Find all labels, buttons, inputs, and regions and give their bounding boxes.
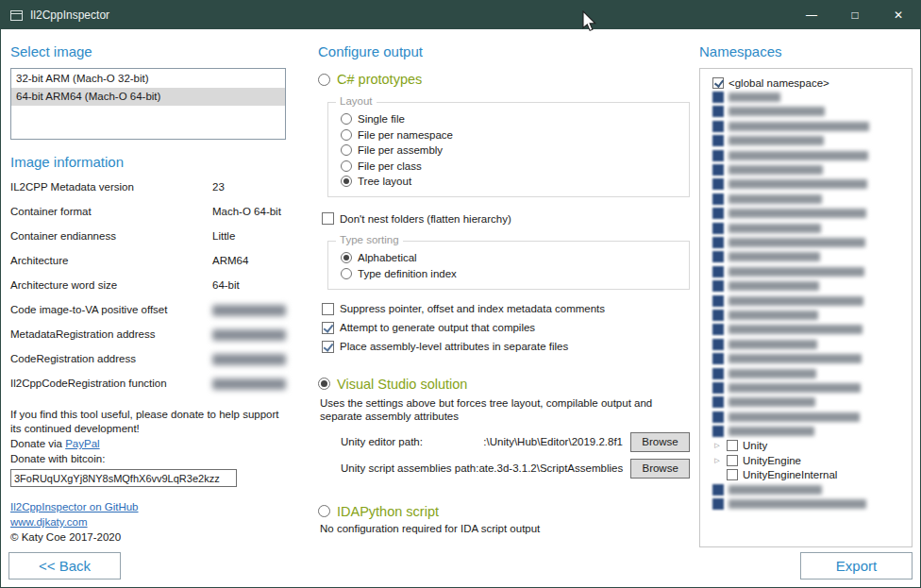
option-label: Suppress pointer, offset and index metad… [340, 303, 605, 314]
redacted-value [212, 378, 286, 390]
namespace-item-redacted[interactable] [712, 221, 910, 235]
namespace-item-redacted[interactable] [712, 235, 910, 249]
info-value: Mach-O 64-bit [212, 206, 281, 217]
namespace-item-redacted[interactable] [712, 496, 910, 511]
namespace-item-redacted[interactable] [712, 278, 910, 293]
output-option-checkbox[interactable]: Attempt to generate output that compiles [322, 321, 692, 335]
flatten-checkbox[interactable]: Don't nest folders (flatten hierarchy) [322, 211, 692, 226]
output-option-checkbox[interactable]: Suppress pointer, offset and index metad… [322, 302, 692, 316]
paypal-link[interactable]: PayPal [65, 438, 99, 449]
namespace-item-redacted[interactable] [712, 351, 910, 365]
checkbox-icon [712, 251, 724, 262]
checkbox-icon [712, 266, 724, 277]
redacted-namespace [728, 179, 867, 189]
namespace-item-redacted[interactable] [712, 148, 910, 162]
checkbox-icon [712, 280, 724, 292]
namespace-label: UnityEngineInternal [743, 469, 837, 480]
namespace-item-unity[interactable]: ▷Unity [712, 439, 910, 453]
namespace-item-unityengine[interactable]: ▷UnityEngine [712, 453, 910, 467]
window-controls: — □ ✕ [790, 1, 920, 29]
output-option-checkboxes: Suppress pointer, offset and index metad… [322, 302, 692, 354]
redacted-namespace [728, 340, 817, 349]
layout-option[interactable]: File per class [341, 159, 689, 173]
expander-icon[interactable]: ▷ [712, 457, 722, 464]
export-button[interactable]: Export [800, 552, 913, 580]
namespace-item-redacted[interactable] [712, 207, 910, 221]
expander-icon[interactable]: ▷ [712, 442, 722, 449]
checkbox-icon [322, 303, 334, 315]
namespace-item-redacted[interactable] [712, 119, 910, 133]
browse-button[interactable]: Browse [630, 459, 690, 479]
type-sorting-options: AlphabeticalType definition index [341, 251, 689, 281]
radio-icon [341, 129, 352, 141]
option-label: Alphabetical [358, 252, 417, 263]
browse-button[interactable]: Browse [630, 432, 690, 452]
namespace-item-redacted[interactable] [712, 424, 910, 438]
github-link[interactable]: Il2CppInspector on GitHub [10, 501, 139, 512]
redacted-namespace [728, 296, 863, 306]
image-list-item[interactable]: 32-bit ARM (Mach-O 32-bit) [11, 70, 285, 88]
namespaces-list[interactable]: <global namespace>▷Unity▷UnityEngineUnit… [699, 68, 913, 547]
output-option-checkbox[interactable]: Place assembly-level attributes in separ… [322, 340, 692, 354]
checkbox-icon [712, 339, 724, 350]
namespace-item-redacted[interactable] [712, 366, 910, 380]
namespace-item-redacted[interactable] [712, 337, 910, 351]
namespace-item-unityengineinternal[interactable]: UnityEngineInternal [712, 468, 910, 482]
layout-option[interactable]: Single file [341, 112, 689, 126]
idapython-script-radio[interactable]: IDAPython script [318, 504, 692, 519]
namespace-item-redacted[interactable] [712, 410, 910, 424]
left-panel: Select image 32-bit ARM (Mach-O 32-bit)6… [10, 29, 286, 543]
donate-text: If you find this tool useful, please don… [10, 408, 280, 436]
bitcoin-address-input[interactable] [10, 469, 237, 487]
checkbox-icon [727, 455, 738, 466]
layout-option[interactable]: File per namespace [341, 127, 689, 142]
redacted-namespace [728, 122, 869, 131]
namespace-item-redacted[interactable] [712, 105, 910, 119]
path-value: :\Unity\Hub\Editor\2019.2.8f1 [483, 436, 623, 447]
redacted-value [212, 354, 286, 365]
maximize-button[interactable]: □ [833, 1, 877, 29]
website-link[interactable]: www.djkaty.com [10, 516, 88, 528]
namespace-item-redacted[interactable] [712, 90, 910, 104]
checkbox-icon [712, 310, 724, 321]
radio-icon [341, 113, 352, 125]
namespace-label: <global namespace> [728, 77, 829, 89]
namespace-item-redacted[interactable] [712, 177, 910, 192]
namespace-item-redacted[interactable] [712, 250, 910, 264]
namespace-item-redacted[interactable] [712, 323, 910, 337]
namespace-item-redacted[interactable] [712, 294, 910, 308]
path-label: Unity editor path: [341, 436, 423, 447]
namespace-item-global[interactable]: <global namespace> [712, 76, 910, 90]
type-sorting-option[interactable]: Type definition index [341, 266, 689, 280]
redacted-namespace [728, 151, 868, 160]
radio-icon [341, 252, 352, 263]
namespace-item-redacted[interactable] [712, 162, 910, 176]
namespace-item-redacted[interactable] [712, 192, 910, 206]
radio-icon [341, 144, 352, 156]
visual-studio-solution-radio[interactable]: Visual Studio solution [318, 377, 692, 392]
minimize-button[interactable]: — [790, 1, 833, 29]
close-button[interactable]: ✕ [877, 1, 920, 29]
namespace-item-redacted[interactable] [712, 380, 910, 395]
info-label: IL2CPP Metadata version [10, 181, 212, 193]
layout-option[interactable]: File per assembly [341, 143, 689, 158]
option-label: Don't nest folders (flatten hierarchy) [340, 213, 511, 225]
type-sorting-option[interactable]: Alphabetical [341, 251, 689, 265]
back-button[interactable]: << Back [8, 552, 121, 580]
namespace-item-redacted[interactable] [712, 308, 910, 322]
info-row: Code image-to-VA positive offset [10, 304, 286, 328]
namespace-item-redacted[interactable] [712, 395, 910, 410]
namespace-item-redacted[interactable] [712, 482, 910, 496]
redacted-namespace [728, 397, 815, 407]
image-info-heading: Image information [10, 154, 286, 170]
image-list-item[interactable]: 64-bit ARM64 (Mach-O 64-bit) [11, 88, 285, 106]
namespace-item-redacted[interactable] [712, 134, 910, 148]
unity-path-row: Unity script assemblies path:ate.3d-3.1.… [341, 459, 690, 479]
csharp-prototypes-radio[interactable]: C# prototypes [318, 72, 692, 87]
layout-option[interactable]: Tree layout [341, 175, 689, 189]
info-row: MetadataRegistration address [10, 328, 286, 353]
select-image-listbox[interactable]: 32-bit ARM (Mach-O 32-bit)64-bit ARM64 (… [10, 68, 286, 140]
info-value: Little [212, 230, 235, 242]
namespace-item-redacted[interactable] [712, 264, 910, 278]
checkbox-icon [712, 498, 724, 510]
